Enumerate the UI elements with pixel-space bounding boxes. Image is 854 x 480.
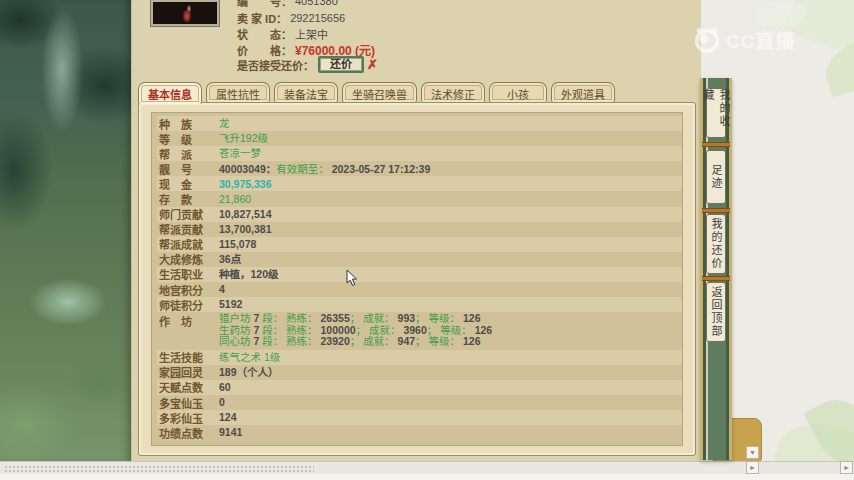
info-row-label: 多彩仙玉 [159, 410, 211, 426]
info-row-value: 30,975,336 [219, 178, 272, 191]
info-row-value: 龙 [219, 117, 230, 130]
info-row-label: 生活技能 [159, 349, 211, 365]
tab-小孩[interactable]: 小孩 [489, 82, 547, 102]
sidebar-button-足迹[interactable]: 足迹 [706, 150, 726, 204]
scroll-down-arrow-button[interactable]: ▼ [746, 446, 759, 459]
info-row: 多宝仙玉0 [157, 395, 682, 410]
seller-row-value: 上架中 [295, 26, 328, 42]
info-row: 师门贡献10,827,514 [157, 207, 682, 222]
tab-bar: 基本信息属性抗性装备法宝坐骑召唤兽法术修正小孩外观道具 [138, 82, 615, 104]
value-line: 40003049：有效期至： 2023-05-27 17:12:39 [219, 163, 430, 175]
info-row-value: 种植，120级 [219, 268, 279, 281]
info-row-label: 种 族 [159, 116, 211, 132]
info-row-label: 功绩点数 [159, 425, 211, 441]
info-row-label: 作 坊 [159, 313, 211, 329]
value-line: 5192 [219, 298, 242, 310]
value-line: 9141 [219, 426, 242, 438]
mouse-cursor [346, 269, 358, 291]
value-line: 60 [219, 381, 231, 393]
info-row-value: 苍凉一梦 [219, 147, 261, 160]
tab-基本信息[interactable]: 基本信息 [138, 82, 202, 104]
info-row: 现 金30,975,336 [157, 176, 682, 191]
cc-live-watermark: CC直播 [692, 24, 795, 54]
info-row: 天赋点数60 [157, 380, 682, 395]
seller-info-row: 编 号：4051380 [237, 0, 338, 9]
info-row: 功绩点数9141 [157, 425, 682, 440]
info-row-label: 靓 号 [159, 161, 211, 177]
info-row-value: 13,700,381 [219, 223, 272, 236]
seller-info-row: 卖 家 ID：292215656 [237, 10, 345, 26]
tab-法术修正[interactable]: 法术修正 [421, 82, 485, 102]
info-row-label: 生活职业 [159, 266, 211, 282]
tab-坐骑召唤兽[interactable]: 坐骑召唤兽 [342, 82, 417, 102]
left-scenery-background [0, 0, 131, 462]
info-row: 大成修炼36点 [157, 252, 682, 267]
info-row: 种 族龙 [157, 116, 682, 131]
value-line: 飞升192级 [219, 132, 268, 144]
info-row-value: 60 [219, 381, 231, 394]
hscroll-right-arrow-button[interactable]: ► [840, 461, 853, 474]
scroll-right-arrow-button[interactable]: ► [746, 461, 759, 474]
info-row: 作 坊猎户坊 7 段： 熟练： 26355； 成就： 993； 等级： 126生… [157, 312, 682, 350]
seller-info-row: 状 态：上架中 [237, 26, 328, 42]
info-row-value: 猎户坊 7 段： 熟练： 26355； 成就： 993； 等级： 126生药坊 … [219, 313, 492, 348]
page-bottom-strip [0, 474, 854, 480]
value-line: 种植，120级 [219, 268, 279, 280]
tab-装备法宝[interactable]: 装备法宝 [274, 82, 338, 102]
value-line: 10,827,514 [219, 208, 272, 220]
info-row-label: 帮派成就 [159, 236, 211, 252]
basic-info-table: 种 族龙等 级飞升192级帮 派苍凉一梦靓 号40003049：有效期至： 20… [151, 112, 683, 446]
info-row: 帮派贡献13,700,381 [157, 222, 682, 237]
info-row-label: 师门贡献 [159, 206, 211, 222]
info-row-value: 4 [219, 283, 225, 296]
bamboo-joint [702, 208, 730, 213]
value-line: 21,860 [219, 193, 251, 205]
info-row: 师徒积分5192 [157, 297, 682, 312]
scrollbar-texture [4, 465, 314, 472]
info-row: 帮 派苍凉一梦 [157, 146, 682, 161]
sidebar-button-返回顶部[interactable]: 返回顶部 [706, 282, 726, 342]
sidebar-button-我的收藏[interactable]: 我的收藏 [706, 88, 726, 138]
sidebar-button-我的还价[interactable]: 我的还价 [706, 214, 726, 274]
info-row-label: 等 级 [159, 131, 211, 147]
info-row: 生活技能练气之术 1级 [157, 350, 682, 365]
bamboo-joint [702, 142, 730, 147]
info-row-value: 10,827,514 [219, 208, 272, 221]
info-row-value: 189（个人） [219, 366, 279, 379]
info-row: 多彩仙玉124 [157, 410, 682, 425]
info-row-label: 家园回灵 [159, 364, 211, 380]
info-row-label: 师徒积分 [159, 297, 211, 313]
value-line: 189（个人） [219, 366, 279, 378]
bargain-row: 是否接受还价：还价✗ [237, 56, 378, 73]
seller-row-value: 292215656 [290, 12, 345, 24]
info-row-value: 0 [219, 396, 225, 409]
info-row: 等 级飞升192级 [157, 131, 682, 146]
value-line: 115,078 [219, 238, 256, 250]
value-line: 124 [219, 411, 237, 423]
value-line: 36点 [219, 253, 241, 265]
character-portrait [151, 0, 219, 26]
watermark-text: CC直播 [726, 26, 795, 53]
bargain-button[interactable]: 还价 [318, 56, 364, 73]
info-row: 生活职业种植，120级 [157, 267, 682, 282]
seller-row-value: 4051380 [295, 0, 338, 7]
info-row-value: 124 [219, 411, 237, 424]
info-row-value: 练气之术 1级 [219, 351, 280, 364]
info-row-value: 5192 [219, 298, 242, 311]
horizontal-scrollbar[interactable] [0, 461, 854, 474]
value-line: 练气之术 1级 [219, 351, 280, 363]
info-row-value: 9141 [219, 426, 242, 439]
tab-外观道具[interactable]: 外观道具 [551, 82, 615, 102]
bamboo-joint [702, 276, 730, 281]
value-line: 30,975,336 [219, 178, 272, 190]
info-row-label: 帮 派 [159, 146, 211, 162]
value-line: 13,700,381 [219, 223, 272, 235]
value-line: 0 [219, 396, 225, 408]
info-row: 地宫积分4 [157, 282, 682, 297]
info-row-value: 21,860 [219, 193, 251, 206]
bamboo-sidebar: 我的收藏足迹我的还价返回顶部 [700, 78, 732, 460]
info-row: 存 款21,860 [157, 191, 682, 206]
info-row-label: 地宫积分 [159, 282, 211, 298]
tab-属性抗性[interactable]: 属性抗性 [206, 82, 270, 102]
value-line: 4 [219, 283, 225, 295]
